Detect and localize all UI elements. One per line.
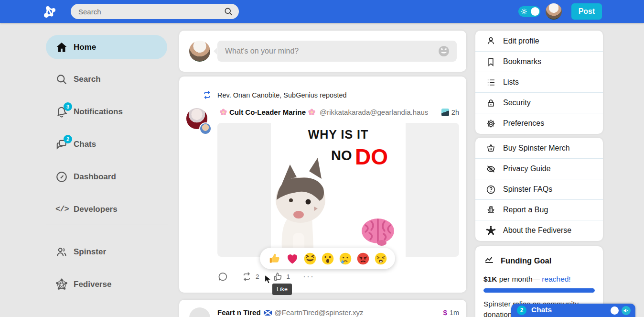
- brain-emoji: [360, 217, 397, 246]
- sidebar-item-chats[interactable]: 2 Chats: [46, 133, 167, 156]
- sidebar-item-label: Spinster: [74, 247, 106, 257]
- post-author-handle[interactable]: @rikkatakarada@gearlandia.haus: [320, 108, 428, 116]
- post-meta: 2h: [441, 109, 459, 116]
- person-icon: [486, 36, 496, 46]
- menu-item-edit-profile[interactable]: Edit profile: [475, 31, 603, 51]
- funding-title: Funding Goal: [501, 256, 551, 265]
- compose-avatar[interactable]: [189, 41, 210, 62]
- post-header: Cult Co-Leader Marine @rikkatakarada@gea…: [217, 108, 459, 116]
- sidebar-item-fediverse[interactable]: Fediverse: [46, 273, 167, 296]
- reaction-laugh[interactable]: [303, 252, 317, 265]
- search-bar[interactable]: [71, 4, 239, 19]
- reaction-heart[interactable]: [286, 252, 299, 265]
- reaction-angry[interactable]: [356, 252, 370, 265]
- chats-unread-badge: 2: [517, 306, 526, 315]
- reply-button[interactable]: [217, 271, 228, 282]
- next-post-avatar[interactable]: [189, 307, 210, 317]
- fediverse-star-icon: [486, 226, 496, 236]
- funding-period: per month: [497, 275, 532, 283]
- reaction-picker: [260, 248, 395, 269]
- reposter-avatar[interactable]: [199, 122, 212, 135]
- funding-goal-line: $1K per month— reached!: [483, 275, 571, 284]
- left-sidebar: Home Search 3 Notifications: [46, 23, 168, 317]
- post-card: Rev. Onan Canobite, SubGenius reposted C…: [179, 77, 466, 293]
- post-author-name[interactable]: Cult Co-Leader Marine: [229, 108, 306, 116]
- sidebar-item-search[interactable]: Search: [46, 68, 167, 91]
- like-button[interactable]: [272, 271, 283, 282]
- repost-icon: [202, 90, 212, 100]
- post-button[interactable]: Post: [571, 3, 602, 20]
- menu-item-about-fediverse[interactable]: About the Fediverse: [475, 220, 603, 240]
- repost-banner-text: Rev. Onan Canobite, SubGenius reposted: [217, 91, 347, 99]
- menu-item-label: About the Fediverse: [503, 226, 571, 235]
- menu-item-lists[interactable]: Lists: [475, 72, 603, 92]
- menu-item-merch[interactable]: Buy Spinster Merch: [475, 138, 603, 158]
- fediverse-icon: [55, 278, 68, 291]
- sidebar-item-label: Notifications: [74, 107, 123, 117]
- cat-illustration: [268, 154, 344, 257]
- list-icon: [486, 77, 496, 87]
- dashboard-gauge-icon: [55, 171, 68, 183]
- reaction-thumbs-up[interactable]: [268, 252, 281, 265]
- more-options-icon[interactable]: ···: [303, 274, 314, 279]
- chats-panel-bar[interactable]: 2 Chats: [511, 304, 635, 317]
- search-icon: [55, 73, 68, 86]
- menu-item-label: Lists: [503, 78, 519, 87]
- sidebar-item-label: Home: [74, 43, 96, 52]
- menu-item-label: Privacy Guide: [503, 164, 551, 173]
- menu-item-privacy-guide[interactable]: Privacy Guide: [475, 158, 603, 179]
- repost-banner[interactable]: Rev. Onan Canobite, SubGenius reposted: [202, 90, 347, 100]
- speaker-mute-icon[interactable]: [622, 306, 631, 315]
- chats-badge: 2: [64, 135, 72, 143]
- meme-text-line3: DO: [355, 144, 388, 170]
- spinster-logo[interactable]: [42, 4, 58, 20]
- next-post-author-name[interactable]: Feart n Tired: [217, 308, 261, 317]
- resources-menu: Buy Spinster Merch Privacy Guide Spinste…: [475, 138, 603, 241]
- next-post-timestamp[interactable]: 1m: [450, 309, 459, 317]
- next-post-author-handle[interactable]: @FeartnTired@spinster.xyz: [275, 308, 364, 317]
- reaction-cry[interactable]: [339, 252, 352, 265]
- search-icon[interactable]: [224, 7, 233, 16]
- funding-progress-bar: [483, 288, 595, 293]
- compose-placeholder: What's on your mind?: [225, 47, 438, 55]
- post-timestamp[interactable]: 2h: [451, 109, 459, 116]
- sidebar-item-developers[interactable]: </> Developers: [46, 198, 167, 221]
- sun-icon: [521, 8, 527, 15]
- post-media[interactable]: WHY IS IT NO DO: [217, 123, 459, 257]
- menu-item-label: Spinster FAQs: [503, 185, 552, 194]
- funding-amount: $1K: [483, 275, 497, 283]
- like-tooltip: Like: [272, 284, 292, 295]
- next-post-card: Feart n Tired @FeartnTired@spinster.xyz …: [179, 300, 466, 317]
- sidebar-item-home[interactable]: Home: [46, 35, 167, 59]
- reaction-wow[interactable]: [321, 252, 334, 265]
- sidebar-item-spinster[interactable]: Spinster: [46, 240, 167, 263]
- menu-item-report-bug[interactable]: Report a Bug: [475, 199, 603, 220]
- top-nav: Post: [0, 0, 644, 23]
- sidebar-item-notifications[interactable]: 3 Notifications: [46, 100, 167, 123]
- menu-item-security[interactable]: Security: [475, 92, 603, 113]
- reaction-weary[interactable]: [374, 252, 387, 265]
- next-post-header: Feart n Tired @FeartnTired@spinster.xyz …: [217, 308, 459, 317]
- menu-item-faqs[interactable]: Spinster FAQs: [475, 179, 603, 199]
- compose-card: What's on your mind?: [179, 31, 466, 72]
- people-icon: [55, 246, 68, 258]
- menu-item-label: Bookmarks: [503, 57, 541, 66]
- menu-item-bookmarks[interactable]: Bookmarks: [475, 51, 603, 72]
- compose-input[interactable]: What's on your mind?: [217, 41, 457, 62]
- bookmark-icon: [486, 57, 496, 67]
- chats-sound-toggle-knob[interactable]: [611, 306, 619, 315]
- search-input[interactable]: [78, 8, 224, 16]
- flower-emoji: [220, 109, 227, 116]
- account-menu: Edit profile Bookmarks Lists: [475, 31, 603, 134]
- emoji-picker-icon[interactable]: [438, 45, 450, 57]
- repost-button[interactable]: [241, 271, 252, 282]
- basket-icon: [486, 143, 496, 153]
- question-circle-icon: [486, 185, 496, 195]
- theme-toggle[interactable]: [518, 6, 540, 17]
- menu-item-preferences[interactable]: Preferences: [475, 113, 603, 133]
- sidebar-item-dashboard[interactable]: Dashboard: [46, 165, 167, 188]
- funding-title-row: Funding Goal: [484, 255, 551, 266]
- user-avatar[interactable]: [546, 3, 562, 20]
- funding-reached-link[interactable]: reached!: [542, 275, 570, 283]
- code-icon: </>: [55, 203, 68, 216]
